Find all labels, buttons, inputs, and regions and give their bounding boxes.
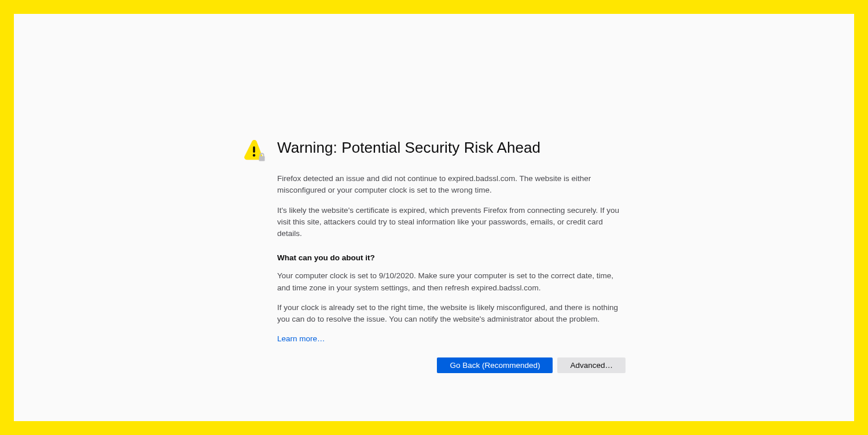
warning-title: Warning: Potential Security Risk Ahead bbox=[277, 139, 626, 157]
warning-paragraph-1: Firefox detected an issue and did not co… bbox=[277, 173, 626, 197]
warning-icon-group bbox=[242, 140, 267, 163]
warning-paragraph-3: Your computer clock is set to 9/10/2020.… bbox=[277, 270, 626, 294]
content-column: Warning: Potential Security Risk Ahead F… bbox=[277, 140, 626, 373]
button-row: Go Back (Recommended) Advanced… bbox=[277, 357, 626, 373]
svg-rect-0 bbox=[253, 146, 255, 153]
warning-card: Warning: Potential Security Risk Ahead F… bbox=[242, 140, 626, 373]
advanced-button[interactable]: Advanced… bbox=[557, 357, 626, 373]
svg-rect-2 bbox=[259, 156, 265, 161]
warning-paragraph-2: It's likely the website's certificate is… bbox=[277, 205, 626, 240]
svg-point-1 bbox=[253, 154, 255, 156]
what-can-you-do-heading: What can you do about it? bbox=[277, 253, 626, 262]
go-back-button[interactable]: Go Back (Recommended) bbox=[437, 357, 553, 373]
warning-triangle-icon bbox=[242, 140, 267, 163]
learn-more-link[interactable]: Learn more… bbox=[277, 334, 325, 343]
page-background: Warning: Potential Security Risk Ahead F… bbox=[14, 14, 854, 421]
warning-paragraph-4: If your clock is already set to the righ… bbox=[277, 302, 626, 326]
